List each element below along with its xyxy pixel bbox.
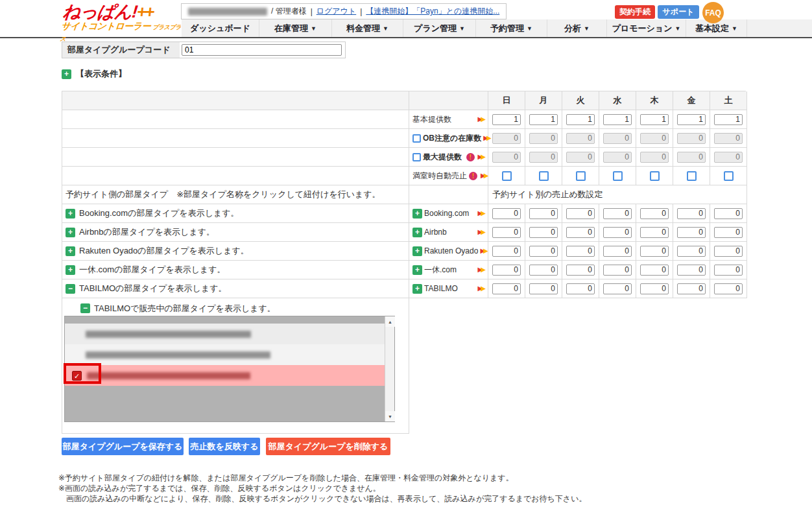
day-checkbox[interactable] bbox=[576, 171, 586, 181]
site-stop-count-input[interactable] bbox=[677, 208, 706, 219]
expand-plus-icon[interactable]: + bbox=[66, 265, 75, 275]
site-stop-count-input[interactable] bbox=[492, 227, 521, 238]
day-checkbox[interactable] bbox=[724, 171, 734, 181]
site-roomtype-toggle-Airbnb[interactable]: +Airbnbの部屋タイプを表示します。 bbox=[62, 223, 409, 242]
site-stop-count-input[interactable] bbox=[566, 283, 595, 294]
site-stop-count-input[interactable] bbox=[566, 208, 595, 219]
reflect-arrows-icon: ▶▶ bbox=[478, 154, 486, 160]
site-stop-count-input[interactable] bbox=[603, 246, 632, 257]
payn-notice-link[interactable]: 【連携開始】「Payn」との連携開始... bbox=[366, 6, 499, 17]
listbox-scrollbar[interactable]: ▲▼ bbox=[385, 316, 394, 421]
site-stop-count-input[interactable] bbox=[677, 283, 706, 294]
chevron-down-icon: ▼ bbox=[311, 25, 316, 32]
day-checkbox[interactable] bbox=[687, 171, 697, 181]
day-input[interactable] bbox=[492, 114, 521, 125]
nav-item-プロモーション[interactable]: プロモーション▼ bbox=[607, 19, 686, 37]
site-stop-count-input[interactable] bbox=[492, 246, 521, 257]
site-stop-count-input[interactable] bbox=[529, 265, 558, 276]
day-checkbox[interactable] bbox=[650, 171, 660, 181]
expand-plus-icon[interactable]: + bbox=[66, 228, 75, 237]
day-value-cell bbox=[673, 261, 710, 279]
support-button[interactable]: サポート bbox=[658, 5, 699, 19]
site-stop-count-input[interactable] bbox=[603, 265, 632, 276]
site-stop-count-input[interactable] bbox=[603, 283, 632, 294]
site-stop-count-input[interactable] bbox=[714, 283, 743, 294]
site-roomtype-toggle-TABILMO[interactable]: −TABILMOの部屋タイプを表示します。 bbox=[62, 279, 409, 298]
site-stop-count-input[interactable] bbox=[677, 265, 706, 276]
app-logo[interactable]: ねっぱん!++ サイトコントローラー プラスプラス bbox=[60, 3, 184, 44]
scroll-down-arrow[interactable]: ▼ bbox=[385, 411, 395, 421]
site-stop-count-input[interactable] bbox=[640, 208, 669, 219]
day-input[interactable] bbox=[603, 114, 632, 125]
site-stop-count-input[interactable] bbox=[492, 208, 521, 219]
save-group-button[interactable]: 部屋タイプグループを保存する bbox=[62, 438, 184, 455]
expand-plus-icon[interactable]: + bbox=[412, 284, 422, 294]
nav-item-予約管理[interactable]: 予約管理▼ bbox=[476, 19, 547, 37]
nav-item-分析[interactable]: 分析▼ bbox=[547, 19, 607, 37]
nav-item-プラン管理[interactable]: プラン管理▼ bbox=[403, 19, 476, 37]
day-input[interactable] bbox=[566, 114, 595, 125]
day-input[interactable] bbox=[714, 114, 743, 125]
site-stop-count-input[interactable] bbox=[529, 283, 558, 294]
nav-item-在庫管理[interactable]: 在庫管理▼ bbox=[259, 19, 332, 37]
site-stop-count-input[interactable] bbox=[714, 208, 743, 219]
tabilmo-sub-toggle[interactable]: −TABILMOで販売中の部屋タイプを表示します。 bbox=[62, 301, 409, 316]
list-item-selected[interactable]: ✓ bbox=[65, 365, 394, 386]
site-stop-count-input[interactable] bbox=[529, 246, 558, 257]
scroll-up-arrow[interactable]: ▲ bbox=[385, 316, 395, 327]
site-roomtype-toggle-Rakuten Oyado[interactable]: +Rakuten Oyadoの部屋タイプを表示します。 bbox=[62, 242, 409, 261]
reflect-stop-button[interactable]: 売止数を反映する bbox=[189, 438, 260, 455]
site-stop-count-input[interactable] bbox=[640, 283, 669, 294]
collapse-minus-icon[interactable]: − bbox=[80, 303, 90, 313]
site-stop-count-input[interactable] bbox=[529, 227, 558, 238]
site-stop-count-input[interactable] bbox=[640, 246, 669, 257]
day-value-cell bbox=[636, 242, 673, 261]
site-stop-count-input[interactable] bbox=[492, 265, 521, 276]
day-checkbox[interactable] bbox=[539, 171, 549, 181]
site-stop-count-input[interactable] bbox=[640, 227, 669, 238]
site-name: 一休.com bbox=[424, 265, 457, 276]
site-stop-count-input[interactable] bbox=[603, 227, 632, 238]
expand-plus-icon[interactable]: + bbox=[412, 265, 422, 275]
site-roomtype-toggle-Booking.com[interactable]: +Booking.comの部屋タイプを表示します。 bbox=[62, 204, 409, 223]
group-code-input[interactable] bbox=[182, 44, 342, 56]
day-input[interactable] bbox=[529, 114, 558, 125]
site-stop-count-input[interactable] bbox=[677, 227, 706, 238]
site-stop-count-input[interactable] bbox=[566, 227, 595, 238]
site-stop-count-input[interactable] bbox=[566, 246, 595, 257]
expand-plus-icon[interactable]: + bbox=[66, 209, 75, 219]
expand-plus-icon[interactable]: + bbox=[62, 69, 71, 79]
day-input[interactable] bbox=[677, 114, 706, 125]
row-enable-checkbox[interactable] bbox=[412, 134, 421, 143]
nav-item-ダッシュボード[interactable]: ダッシュボード bbox=[182, 19, 259, 37]
site-stop-count-input[interactable] bbox=[714, 227, 743, 238]
collapse-minus-icon[interactable]: − bbox=[66, 284, 75, 294]
contract-button[interactable]: 契約手続 bbox=[615, 5, 655, 19]
day-value-cell bbox=[636, 223, 673, 242]
site-stop-count-input[interactable] bbox=[714, 265, 743, 276]
site-stop-count-input[interactable] bbox=[566, 265, 595, 276]
nav-item-料金管理[interactable]: 料金管理▼ bbox=[332, 19, 403, 37]
site-stop-count-input[interactable] bbox=[677, 246, 706, 257]
day-checkbox[interactable] bbox=[613, 171, 623, 181]
expand-plus-icon[interactable]: + bbox=[412, 209, 422, 219]
site-stop-count-input[interactable] bbox=[640, 265, 669, 276]
site-stop-count-input[interactable] bbox=[714, 246, 743, 257]
delete-group-button[interactable]: 部屋タイプグループを削除する bbox=[266, 438, 390, 455]
day-checkbox[interactable] bbox=[502, 171, 512, 181]
expand-plus-icon[interactable]: + bbox=[412, 246, 422, 256]
selected-checkbox[interactable]: ✓ bbox=[72, 371, 82, 381]
expand-plus-icon[interactable]: + bbox=[66, 246, 75, 256]
expand-plus-icon[interactable]: + bbox=[412, 228, 422, 237]
list-item[interactable] bbox=[65, 324, 394, 344]
site-roomtype-toggle-一休.com[interactable]: +一休.comの部屋タイプを表示します。 bbox=[62, 261, 409, 279]
logout-link[interactable]: ログアウト bbox=[316, 6, 356, 17]
tabilmo-detail-row: −TABILMOで販売中の部屋タイプを表示します。✓▲▼ bbox=[62, 298, 746, 434]
day-input[interactable] bbox=[640, 114, 669, 125]
site-stop-count-input[interactable] bbox=[529, 208, 558, 219]
site-stop-count-input[interactable] bbox=[492, 283, 521, 294]
row-enable-checkbox[interactable] bbox=[412, 153, 421, 161]
faq-button[interactable]: FAQ bbox=[702, 2, 724, 23]
site-stop-count-input[interactable] bbox=[603, 208, 632, 219]
list-item[interactable] bbox=[65, 344, 394, 365]
